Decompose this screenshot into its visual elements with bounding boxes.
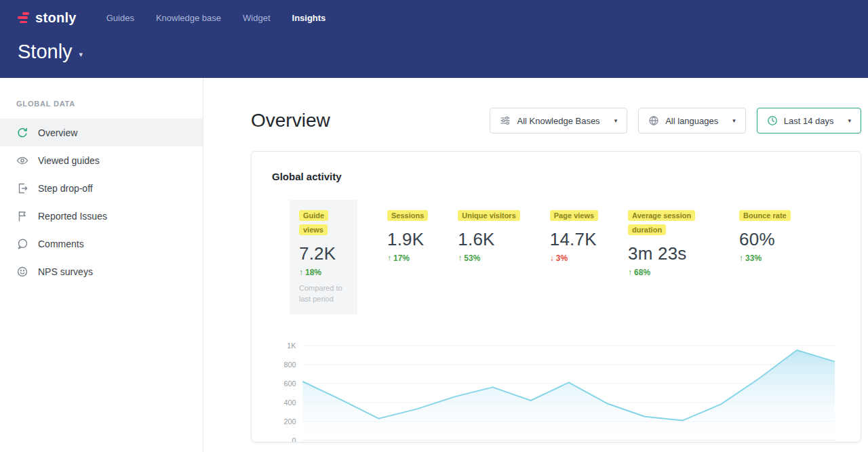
metric-guide-views: Guide views 7.2K ↑18% Compared to last p… (290, 200, 357, 314)
sidebar-item-nps-surveys[interactable]: NPS surveys (0, 258, 203, 285)
nav-item-guides[interactable]: Guides (106, 13, 134, 23)
stonly-logo[interactable]: stonly (18, 10, 77, 26)
metric-delta: ↑68% (628, 268, 709, 277)
delta-arrow: ↓ (550, 253, 554, 263)
top-navigation: stonly Guides Knowledge base Widget Insi… (18, 5, 850, 30)
metric-bounce-rate: Bounce rate 60% ↑33% (739, 200, 791, 263)
workspace-title: Stonly (18, 41, 73, 63)
global-activity-card: Global activity Guide views 7.2K ↑18% Co… (251, 151, 861, 443)
metric-delta: ↑33% (739, 253, 791, 263)
stonly-logo-text: stonly (35, 10, 77, 26)
overview-icon (16, 127, 28, 139)
sidebar-item-reported-issues[interactable]: Reported Issues (0, 202, 203, 230)
svg-text:200: 200 (283, 417, 296, 426)
flag-icon (16, 210, 28, 222)
metric-note: Compared to last period (299, 283, 348, 305)
metric-label: Bounce rate (739, 210, 791, 221)
sidebar-item-step-drop-off[interactable]: Step drop-off (0, 174, 203, 202)
metric-unique-visitors: Unique visitors 1.6K ↑53% (458, 200, 519, 263)
metric-value: 1.9K (387, 229, 428, 250)
sidebar-item-label: Reported Issues (38, 211, 107, 222)
chevron-down-icon: ▾ (848, 117, 851, 124)
sidebar-item-label: Viewed guides (38, 155, 100, 166)
eye-icon (16, 155, 28, 167)
knowledge-bases-dropdown[interactable]: All Knowledge Bases ▾ (490, 108, 627, 133)
workspace-selector[interactable]: Stonly ▾ (18, 41, 83, 63)
stonly-logo-icon (18, 12, 30, 23)
sidebar-item-viewed-guides[interactable]: Viewed guides (0, 146, 203, 174)
metric-delta: ↑17% (387, 253, 428, 263)
metric-value: 1.6K (458, 229, 519, 250)
delta-arrow: ↑ (628, 268, 632, 277)
delta-arrow: ↑ (739, 253, 743, 263)
page-title: Overview (251, 110, 330, 131)
content-area: GLOBAL DATA Overview Viewed guides (0, 78, 868, 452)
main-panel: Overview All Knowledge Bases ▾ (203, 78, 868, 452)
metric-label: Average session duration (628, 210, 695, 235)
global-activity-chart: 02004006008001K5678910111213141516171819 (272, 336, 840, 443)
svg-text:1K: 1K (287, 342, 296, 350)
metric-label: Page views (550, 210, 598, 221)
sidebar: GLOBAL DATA Overview Viewed guides (0, 78, 203, 452)
sidebar-item-label: Step drop-off (38, 183, 93, 194)
clock-icon (767, 115, 778, 126)
metric-label: Guide views (299, 210, 328, 235)
date-range-value: Last 14 days (784, 116, 834, 126)
delta-arrow: ↑ (458, 253, 462, 263)
chevron-down-icon: ▾ (79, 45, 83, 59)
knowledge-bases-value: All Knowledge Bases (517, 116, 599, 126)
sidebar-item-label: NPS surveys (38, 266, 93, 277)
languages-dropdown[interactable]: All languages ▾ (638, 108, 746, 133)
nav-item-insights[interactable]: Insights (292, 13, 326, 23)
svg-text:0: 0 (292, 436, 296, 443)
top-nav-items: Guides Knowledge base Widget Insights (106, 13, 326, 23)
metric-label: Unique visitors (458, 210, 519, 221)
metric-avg-session-duration: Average session duration 3m 23s ↑68% (628, 200, 709, 277)
metric-label: Sessions (387, 210, 428, 221)
metric-delta: ↑18% (299, 268, 348, 277)
svg-text:800: 800 (283, 361, 296, 369)
filters: All Knowledge Bases ▾ All languages ▾ (490, 108, 861, 133)
nav-item-widget[interactable]: Widget (243, 13, 270, 23)
comment-icon (16, 238, 28, 250)
smiley-icon (16, 266, 28, 278)
metric-delta: ↓3% (550, 253, 598, 263)
nav-item-knowledge-base[interactable]: Knowledge base (156, 13, 221, 23)
metrics-row: Guide views 7.2K ↑18% Compared to last p… (272, 200, 840, 314)
delta-arrow: ↑ (299, 268, 303, 277)
svg-text:600: 600 (283, 379, 296, 388)
sidebar-item-comments[interactable]: Comments (0, 230, 203, 258)
languages-value: All languages (665, 116, 718, 126)
sidebar-item-label: Overview (38, 127, 77, 138)
globe-icon (648, 115, 659, 126)
date-range-dropdown[interactable]: Last 14 days ▾ (757, 108, 861, 133)
chevron-down-icon: ▾ (614, 117, 618, 124)
metric-page-views: Page views 14.7K ↓3% (550, 200, 598, 263)
metric-value: 7.2K (299, 243, 348, 264)
metric-value: 14.7K (550, 229, 598, 250)
sidebar-item-label: Comments (38, 239, 84, 249)
step-dropoff-icon (16, 182, 28, 194)
metric-sessions: Sessions 1.9K ↑17% (387, 200, 428, 263)
svg-text:400: 400 (283, 398, 296, 407)
metric-value: 60% (739, 229, 791, 250)
metric-value: 3m 23s (628, 243, 709, 264)
metric-delta: ↑53% (458, 253, 519, 263)
delta-arrow: ↑ (387, 253, 391, 263)
card-title: Global activity (272, 171, 840, 182)
app-header: stonly Guides Knowledge base Widget Insi… (0, 0, 868, 78)
chevron-down-icon: ▾ (732, 117, 736, 124)
sidebar-item-overview[interactable]: Overview (0, 119, 203, 146)
sliders-icon (500, 115, 511, 126)
area-chart-svg: 02004006008001K5678910111213141516171819 (272, 336, 840, 443)
sidebar-section-label: GLOBAL DATA (0, 100, 203, 108)
